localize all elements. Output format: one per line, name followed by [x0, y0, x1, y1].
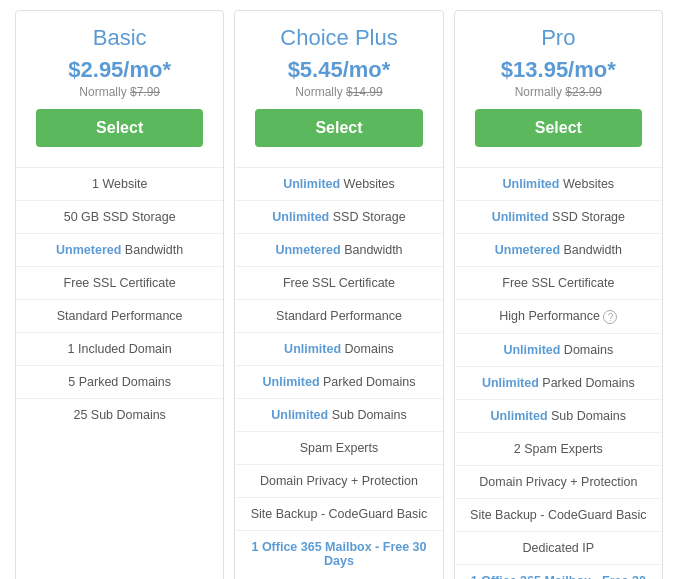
- list-item: Unlimited Websites: [235, 168, 442, 201]
- list-item: 1 Website: [16, 168, 223, 201]
- plan-card-pro: Pro$13.95/mo*Normally $23.99SelectUnlimi…: [454, 10, 663, 579]
- list-item: Unlimited Parked Domains: [235, 366, 442, 399]
- plan-price-basic: $2.95/mo*: [26, 57, 213, 83]
- list-item: Unlimited SSD Storage: [455, 201, 662, 234]
- list-item: Domain Privacy + Protection: [455, 466, 662, 499]
- list-item: 1 Included Domain: [16, 333, 223, 366]
- list-item: Unlimited Sub Domains: [235, 399, 442, 432]
- pricing-container: Basic$2.95/mo*Normally $7.99Select1 Webs…: [10, 10, 668, 579]
- info-icon[interactable]: ?: [603, 310, 617, 324]
- list-item: 1 Office 365 Mailbox - Free 30 Days: [235, 531, 442, 577]
- plan-name-basic: Basic: [26, 25, 213, 51]
- list-item: Site Backup - CodeGuard Basic: [455, 499, 662, 532]
- list-item: 2 Spam Experts: [455, 433, 662, 466]
- list-item: High Performance ?: [455, 300, 662, 334]
- list-item: Free SSL Certificate: [16, 267, 223, 300]
- list-item: 25 Sub Domains: [16, 399, 223, 431]
- list-item: Unlimited SSD Storage: [235, 201, 442, 234]
- feature-list-pro: Unlimited WebsitesUnlimited SSD StorageU…: [455, 167, 662, 579]
- list-item: Unlimited Domains: [455, 334, 662, 367]
- list-item: Spam Experts: [235, 432, 442, 465]
- list-item: 1 Office 365 Mailbox - Free 30 Days: [455, 565, 662, 579]
- list-item: Unlimited Sub Domains: [455, 400, 662, 433]
- list-item: Domain Privacy + Protection: [235, 465, 442, 498]
- list-item: Unmetered Bandwidth: [455, 234, 662, 267]
- select-button-basic[interactable]: Select: [36, 109, 203, 147]
- list-item: Standard Performance: [16, 300, 223, 333]
- plan-header-choice-plus: Choice Plus$5.45/mo*Normally $14.99Selec…: [235, 11, 442, 167]
- plan-header-basic: Basic$2.95/mo*Normally $7.99Select: [16, 11, 223, 167]
- list-item: 5 Parked Domains: [16, 366, 223, 399]
- list-item: Unlimited Parked Domains: [455, 367, 662, 400]
- list-item: Site Backup - CodeGuard Basic: [235, 498, 442, 531]
- plan-card-basic: Basic$2.95/mo*Normally $7.99Select1 Webs…: [15, 10, 224, 579]
- plan-name-pro: Pro: [465, 25, 652, 51]
- list-item: Standard Performance: [235, 300, 442, 333]
- list-item: Unmetered Bandwidth: [235, 234, 442, 267]
- list-item: Free SSL Certificate: [455, 267, 662, 300]
- plan-normal-price-choice-plus: Normally $14.99: [245, 85, 432, 99]
- plan-price-pro: $13.95/mo*: [465, 57, 652, 83]
- feature-list-basic: 1 Website50 GB SSD StorageUnmetered Band…: [16, 167, 223, 431]
- plan-header-pro: Pro$13.95/mo*Normally $23.99Select: [455, 11, 662, 167]
- plan-card-choice-plus: Choice Plus$5.45/mo*Normally $14.99Selec…: [234, 10, 443, 579]
- plan-normal-price-pro: Normally $23.99: [465, 85, 652, 99]
- list-item: Dedicated IP: [455, 532, 662, 565]
- list-item: Free SSL Certificate: [235, 267, 442, 300]
- list-item: Unlimited Domains: [235, 333, 442, 366]
- list-item: 50 GB SSD Storage: [16, 201, 223, 234]
- plan-name-choice-plus: Choice Plus: [245, 25, 432, 51]
- select-button-pro[interactable]: Select: [475, 109, 642, 147]
- list-item: Unlimited Websites: [455, 168, 662, 201]
- list-item: Unmetered Bandwidth: [16, 234, 223, 267]
- plan-normal-price-basic: Normally $7.99: [26, 85, 213, 99]
- select-button-choice-plus[interactable]: Select: [255, 109, 422, 147]
- feature-list-choice-plus: Unlimited WebsitesUnlimited SSD StorageU…: [235, 167, 442, 577]
- plan-price-choice-plus: $5.45/mo*: [245, 57, 432, 83]
